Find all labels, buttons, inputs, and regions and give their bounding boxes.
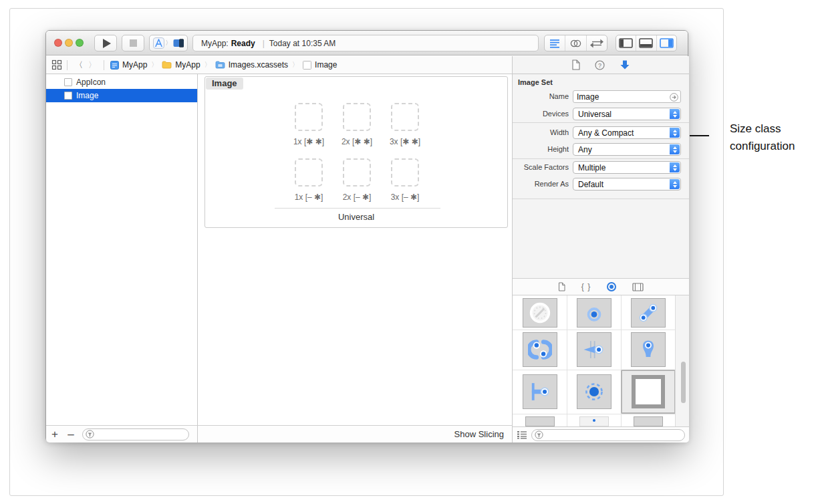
image-well-2x-compact[interactable] — [343, 158, 371, 186]
width-popup[interactable]: Any & Compact — [573, 126, 681, 139]
library-item-arrow-point[interactable] — [567, 330, 621, 370]
inspector-tab-bar: ? — [513, 56, 689, 74]
toolbar: 〉 MyApp: Ready | Today at 10:35 AM — [46, 31, 688, 55]
show-slicing-button[interactable]: Show Slicing — [454, 429, 504, 439]
name-field[interactable] — [573, 90, 681, 103]
image-set-icon — [64, 92, 72, 100]
forward-button[interactable]: 〉 — [86, 59, 99, 71]
library-item-compass[interactable] — [513, 295, 567, 330]
minimize-window-button[interactable] — [65, 39, 73, 47]
run-button[interactable] — [94, 35, 117, 51]
add-button[interactable]: + — [46, 428, 63, 441]
status-state: Ready — [231, 39, 255, 48]
callout-label: Size class configuration — [730, 120, 815, 155]
scheme-selector[interactable]: 〉 — [149, 35, 188, 51]
image-well-1x-any[interactable] — [295, 103, 323, 131]
jump-bar: 〈 〉 MyApp 〉 MyApp 〉 Images — [46, 56, 513, 74]
chevron-right-icon: 〉 — [166, 39, 172, 47]
library-item-partial[interactable] — [621, 414, 676, 426]
breadcrumb-project[interactable]: MyApp — [110, 60, 147, 70]
scale-factors-popup[interactable]: Multiple — [573, 161, 681, 174]
height-popup[interactable]: Any — [573, 143, 681, 156]
image-well-1x-compact[interactable] — [295, 158, 323, 186]
zoom-window-button[interactable] — [76, 39, 84, 47]
toggle-navigator-button[interactable] — [616, 35, 636, 51]
stop-button[interactable] — [122, 35, 144, 51]
asset-catalog-icon — [215, 61, 225, 69]
list-item-image[interactable]: Image — [46, 89, 197, 102]
library-item-partial[interactable] — [567, 414, 621, 426]
back-button[interactable]: 〈 — [72, 59, 86, 71]
standard-editor-icon — [549, 39, 561, 48]
editor-bottom-bar: Show Slicing — [198, 425, 513, 443]
breadcrumb-separator: 〉 — [205, 60, 211, 70]
library-item-anchor[interactable] — [513, 370, 567, 414]
object-library-tab[interactable] — [607, 282, 616, 291]
attributes-inspector: Image Set Name Devices Universal — [513, 74, 689, 443]
list-view-icon[interactable] — [517, 430, 527, 439]
library-item-point[interactable] — [567, 295, 621, 330]
version-editor-button[interactable] — [586, 35, 607, 51]
dot — [609, 285, 614, 289]
navigator-panel-icon — [619, 38, 633, 48]
status-time: Today at 10:35 AM — [269, 39, 335, 48]
library-item-connection[interactable] — [621, 295, 676, 330]
toggle-debug-area-button[interactable] — [636, 35, 656, 51]
code-snippets-tab[interactable]: { } — [581, 282, 591, 291]
library-item-partial[interactable] — [513, 414, 567, 426]
project-icon — [110, 61, 119, 70]
activity-viewer: MyApp: Ready | Today at 10:35 AM — [192, 35, 539, 51]
file-inspector-tab[interactable] — [571, 59, 580, 70]
render-as-row: Render As Default — [513, 178, 689, 191]
debug-panel-icon — [639, 38, 653, 48]
remove-button[interactable]: – — [63, 428, 78, 441]
close-window-button[interactable] — [54, 39, 62, 47]
status-separator: | — [263, 39, 265, 48]
image-well-3x-compact[interactable] — [391, 158, 419, 186]
popup-chevrons-icon — [670, 128, 680, 138]
image-well-3x-any[interactable] — [391, 103, 419, 131]
image-set-icon — [303, 61, 311, 70]
library-item-swirl[interactable] — [513, 330, 567, 370]
library-filter-input[interactable] — [543, 430, 682, 440]
breadcrumb-group[interactable]: MyApp — [162, 60, 200, 70]
callout-line — [690, 135, 709, 136]
breadcrumb-asset-catalog[interactable]: Images.xcassets — [215, 60, 288, 70]
inspector-panel-icon — [660, 38, 674, 48]
render-as-popup[interactable]: Default — [573, 178, 681, 191]
related-items-icon[interactable] — [51, 59, 62, 70]
folder-icon — [162, 61, 172, 69]
library-item-image-selected[interactable] — [621, 370, 676, 414]
library-item-dashed-circle[interactable] — [567, 370, 621, 414]
library-scrollbar[interactable] — [681, 362, 686, 403]
name-input[interactable] — [577, 92, 657, 102]
play-icon — [103, 39, 111, 48]
navigator-filter-input[interactable] — [94, 430, 186, 439]
navigator-filter-field[interactable] — [82, 428, 189, 440]
assistant-editor-icon — [569, 39, 582, 48]
divider — [275, 208, 440, 209]
xcode-app-icon — [153, 37, 164, 49]
attributes-inspector-tab[interactable] — [620, 59, 630, 70]
well-label: 3x [– ✱] — [375, 193, 435, 202]
popup-chevrons-icon — [670, 144, 680, 154]
navigate-arrow-icon[interactable] — [670, 93, 678, 102]
breadcrumb-image-set[interactable]: Image — [303, 60, 337, 70]
inspector-section-title: Image Set — [518, 78, 553, 86]
file-templates-tab[interactable] — [558, 282, 565, 291]
media-library-grid — [513, 295, 676, 426]
media-library-tab[interactable] — [632, 283, 644, 291]
popup-chevrons-icon — [670, 162, 680, 172]
image-well-2x-any[interactable] — [343, 103, 371, 131]
library-item-pin[interactable] — [621, 330, 676, 370]
library-filter-field[interactable] — [531, 429, 685, 441]
divider — [513, 122, 689, 123]
standard-editor-button[interactable] — [545, 35, 565, 51]
quick-help-tab[interactable]: ? — [595, 60, 605, 70]
toggle-inspector-button[interactable] — [656, 35, 676, 51]
list-item-appicon[interactable]: AppIcon — [46, 76, 197, 89]
filter-icon — [86, 430, 94, 438]
assistant-editor-button[interactable] — [565, 35, 585, 51]
devices-popup[interactable]: Universal — [573, 108, 681, 120]
svg-text:?: ? — [598, 61, 601, 68]
